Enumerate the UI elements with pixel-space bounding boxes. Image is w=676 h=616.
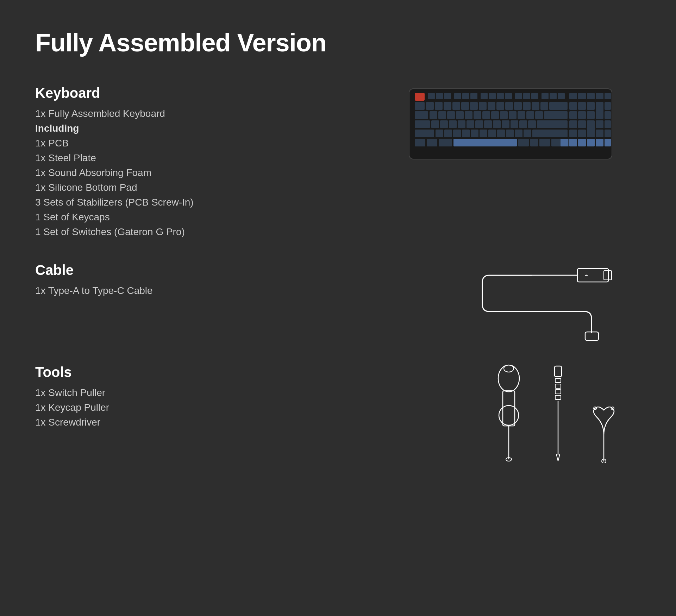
svg-rect-104 bbox=[530, 139, 538, 146]
list-item: 3 Sets of Stabilizers (PCB Screw-In) bbox=[35, 197, 246, 208]
svg-rect-103 bbox=[518, 139, 529, 146]
svg-rect-63 bbox=[415, 120, 430, 128]
svg-rect-83 bbox=[436, 130, 443, 137]
svg-rect-54 bbox=[509, 111, 517, 119]
svg-rect-49 bbox=[465, 111, 472, 119]
svg-rect-5 bbox=[454, 93, 461, 99]
svg-rect-110 bbox=[578, 139, 586, 146]
svg-rect-22 bbox=[605, 93, 611, 99]
list-item: 1x PCB bbox=[35, 138, 246, 149]
svg-rect-97 bbox=[596, 130, 603, 137]
list-item: 1x Switch Puller bbox=[35, 387, 246, 398]
svg-rect-51 bbox=[482, 111, 490, 119]
svg-rect-60 bbox=[578, 111, 586, 119]
svg-point-118 bbox=[498, 365, 519, 392]
svg-rect-52 bbox=[491, 111, 499, 119]
svg-rect-8 bbox=[481, 93, 488, 99]
svg-rect-82 bbox=[415, 130, 434, 137]
svg-text:⌁: ⌁ bbox=[584, 272, 588, 279]
cable-image-area: ⌁ bbox=[246, 262, 641, 343]
svg-rect-105 bbox=[539, 139, 550, 146]
svg-rect-116 bbox=[604, 271, 612, 280]
svg-rect-125 bbox=[555, 378, 561, 383]
list-item: 1 Set of Switches (Gateron G Pro) bbox=[35, 226, 246, 238]
svg-rect-126 bbox=[555, 384, 561, 388]
page-title: Fully Assembled Version bbox=[35, 28, 641, 57]
svg-rect-90 bbox=[497, 130, 505, 137]
svg-rect-1 bbox=[415, 93, 425, 101]
svg-rect-50 bbox=[474, 111, 481, 119]
tools-heading: Tools bbox=[35, 364, 246, 380]
svg-rect-15 bbox=[542, 93, 549, 99]
svg-rect-53 bbox=[500, 111, 508, 119]
svg-rect-21 bbox=[596, 93, 603, 99]
svg-rect-65 bbox=[440, 120, 448, 128]
svg-rect-78 bbox=[578, 120, 586, 128]
svg-rect-27 bbox=[452, 102, 460, 110]
svg-rect-19 bbox=[578, 93, 586, 99]
list-item: 1x Fully Assembled Keyboard bbox=[35, 108, 246, 119]
svg-rect-75 bbox=[528, 120, 536, 128]
svg-rect-117 bbox=[585, 332, 599, 340]
svg-rect-62 bbox=[605, 111, 611, 119]
svg-rect-61 bbox=[587, 111, 595, 119]
svg-rect-11 bbox=[505, 93, 512, 99]
svg-rect-6 bbox=[462, 93, 469, 99]
svg-rect-56 bbox=[526, 111, 534, 119]
svg-rect-86 bbox=[462, 130, 470, 137]
keyboard-section: Keyboard 1x Fully Assembled Keyboard Inc… bbox=[35, 85, 641, 241]
list-item: 1x Sound Absorbing Foam bbox=[35, 167, 246, 178]
svg-rect-12 bbox=[515, 93, 522, 99]
svg-rect-38 bbox=[549, 102, 568, 110]
svg-rect-89 bbox=[488, 130, 496, 137]
svg-point-123 bbox=[504, 365, 514, 372]
svg-rect-91 bbox=[506, 130, 514, 137]
svg-rect-106 bbox=[551, 139, 562, 146]
svg-rect-25 bbox=[435, 102, 443, 110]
svg-rect-16 bbox=[550, 93, 557, 99]
list-item-including: Including bbox=[35, 123, 246, 134]
svg-rect-112 bbox=[596, 139, 603, 146]
svg-rect-36 bbox=[532, 102, 539, 110]
svg-rect-46 bbox=[438, 111, 446, 119]
svg-rect-96 bbox=[578, 130, 586, 137]
svg-rect-68 bbox=[467, 120, 474, 128]
list-item: 1 Set of Keycaps bbox=[35, 212, 246, 223]
svg-rect-3 bbox=[436, 93, 443, 99]
svg-rect-4 bbox=[444, 93, 451, 99]
svg-rect-55 bbox=[518, 111, 525, 119]
svg-rect-17 bbox=[558, 93, 565, 99]
svg-rect-70 bbox=[484, 120, 492, 128]
list-item: 1x Screwdriver bbox=[35, 417, 246, 428]
svg-rect-39 bbox=[569, 102, 577, 110]
screwdriver-illustration bbox=[549, 364, 567, 463]
svg-rect-99 bbox=[415, 139, 425, 146]
svg-rect-102 bbox=[453, 139, 517, 146]
cable-illustration: ⌁ bbox=[461, 262, 613, 343]
svg-rect-41 bbox=[587, 102, 595, 110]
list-item: 1x Keycap Puller bbox=[35, 402, 246, 413]
svg-rect-67 bbox=[458, 120, 465, 128]
svg-rect-34 bbox=[514, 102, 522, 110]
svg-rect-81 bbox=[605, 120, 611, 128]
svg-rect-28 bbox=[461, 102, 469, 110]
svg-rect-29 bbox=[470, 102, 478, 110]
tools-list: 1x Switch Puller 1x Keycap Puller 1x Scr… bbox=[35, 387, 246, 428]
svg-rect-31 bbox=[488, 102, 495, 110]
svg-rect-128 bbox=[555, 395, 561, 400]
svg-rect-7 bbox=[470, 93, 477, 99]
svg-rect-43 bbox=[605, 102, 611, 110]
svg-rect-93 bbox=[524, 130, 531, 137]
tools-image-area bbox=[246, 364, 641, 477]
svg-rect-79 bbox=[587, 120, 595, 137]
svg-rect-32 bbox=[496, 102, 504, 110]
svg-rect-23 bbox=[415, 102, 425, 110]
svg-rect-13 bbox=[523, 93, 530, 99]
svg-rect-45 bbox=[430, 111, 437, 119]
svg-rect-24 bbox=[426, 102, 434, 110]
svg-rect-33 bbox=[505, 102, 513, 110]
keyboard-text: Keyboard 1x Fully Assembled Keyboard Inc… bbox=[35, 85, 246, 241]
keyboard-heading: Keyboard bbox=[35, 85, 246, 101]
keyboard-list: 1x Fully Assembled Keyboard Including 1x… bbox=[35, 108, 246, 238]
svg-rect-88 bbox=[480, 130, 487, 137]
